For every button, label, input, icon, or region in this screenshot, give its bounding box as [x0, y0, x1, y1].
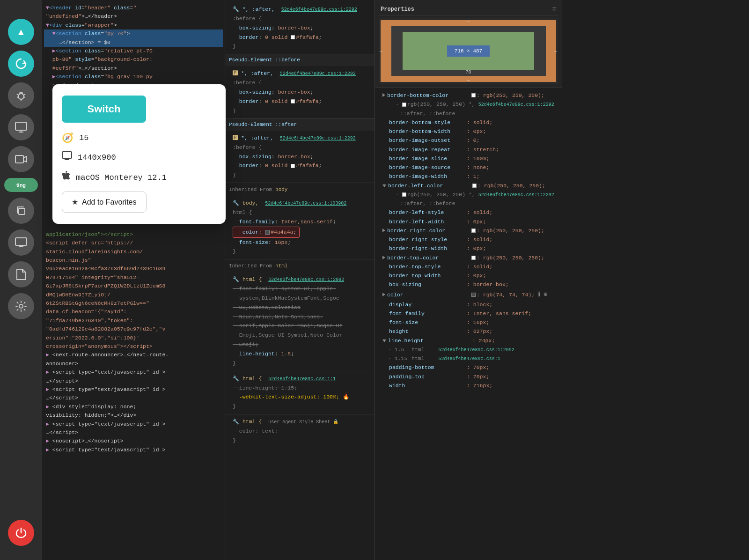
html-line: …</script>: [44, 394, 223, 402]
prop-row: border-top-style : solid;: [375, 262, 562, 271]
html-line: ▶ <script type="text/javascript" id >: [44, 385, 223, 394]
prop-row: border-image-repeat : stretch;: [375, 145, 562, 154]
prop-name: font-family: [382, 309, 467, 317]
prop-value: : rgb(250, 250, 250);: [472, 182, 557, 190]
apple-icon: [62, 171, 70, 184]
monitor-icon: [62, 151, 72, 163]
sync-button[interactable]: [8, 51, 34, 77]
box-model-content: 716 × 487: [447, 45, 490, 57]
prop-name: border-left-color: [388, 182, 472, 190]
html-line: visibility: hidden;">…</div>: [44, 411, 223, 420]
css-line: }: [229, 106, 371, 116]
prop-name: display: [382, 301, 467, 309]
css-line: }: [229, 402, 371, 411]
video-button[interactable]: [8, 146, 34, 172]
prop-name: border-left-width: [382, 218, 467, 226]
up-button[interactable]: ▲: [8, 19, 34, 45]
prop-name: padding-top: [382, 373, 467, 381]
svg-rect-9: [15, 155, 23, 163]
monitor-button[interactable]: [8, 114, 34, 140]
css-line: box-sizing: border-box;: [229, 23, 371, 33]
html-line-selected[interactable]: ▼<section class="py-70">: [44, 29, 223, 38]
html-line: ▶ <script type="text/javascript" id >: [44, 368, 223, 376]
prop-row: border-top-color : rgb(250, 250, 250);: [375, 253, 562, 262]
prop-row-sub: · rgb(250, 250, 250) *, 52d4e6f4be47e89c…: [375, 190, 562, 199]
prop-row: padding-top : 70px;: [375, 372, 562, 381]
prop-row: height : 627px;: [375, 327, 562, 336]
prop-value: : 0px;: [467, 244, 557, 252]
prop-row: line-height : 24px;: [375, 336, 562, 345]
bug-button[interactable]: [8, 82, 34, 109]
html-line: 079717194" integrity="sha512-: [44, 273, 223, 282]
svg-rect-6: [15, 122, 27, 130]
css-line: system,BlinkMacSystemFont,Segoe: [229, 294, 371, 303]
browser-icon: 🧭: [62, 132, 73, 144]
file-button[interactable]: [8, 261, 34, 287]
prop-row: border-image-outset : 0;: [375, 136, 562, 145]
html-line: static.cloudflareinsights.com/: [44, 248, 223, 256]
html-line: ▶ <script type="text/javascript" id >: [44, 420, 223, 428]
prop-name: border-right-width: [382, 244, 467, 252]
prop-row: border-left-color : rgb(250, 250, 250);: [375, 181, 562, 190]
add-to-favorites-button[interactable]: ★ Add to Favorites: [62, 192, 147, 213]
prop-name: line-height: [388, 337, 472, 345]
html-line: dMQjwDHEnw9I7ZLyiOj/: [44, 291, 223, 299]
inherited-from-html: Inherited From html: [225, 260, 374, 272]
html-line-selected2[interactable]: …</section> = $0: [44, 38, 223, 47]
prop-name: border-top-style: [382, 263, 467, 271]
prop-name: border-bottom-style: [382, 118, 467, 126]
prop-value: : rgb(250, 250, 250);: [471, 91, 557, 99]
html-line: data-cf-beacon='{"rayId":: [44, 308, 223, 316]
prop-row: border-bottom-width : 0px;: [375, 127, 562, 136]
prop-name: border-left-style: [382, 208, 467, 216]
prop-name: border-right-color: [387, 227, 471, 235]
prop-value: : rgb(74, 74, 74); ℹ ⊕: [471, 290, 557, 300]
css-line: 🔧 body, 52d4e6f4be47e89c.css:1:103902: [229, 199, 371, 208]
css-line: 🅿 *, :after, 52d4e6f4be47e89c.css:1:2292: [229, 69, 371, 78]
prop-row-sub: · rgb(250, 250, 250) *, 52d4e6f4be47e89c…: [375, 100, 562, 109]
prop-value: : 0px;: [467, 127, 557, 135]
prop-name: border-bottom-width: [382, 127, 467, 135]
ting-label[interactable]: ting: [4, 178, 38, 192]
html-line: ▼<div class="wrapper">: [44, 21, 223, 29]
prop-value: : rgb(250, 250, 250);: [471, 254, 557, 262]
properties-panel: Properties ≡ 716 × 487: [374, 0, 562, 560]
power-button[interactable]: [8, 520, 34, 546]
props-header: Properties ≡: [379, 4, 558, 15]
prop-value: : border-box;: [467, 280, 557, 288]
css-line: 🔧 *, :after, 52d4e6f4be47e89c.css:1:2292: [229, 5, 371, 14]
settings-button[interactable]: [8, 293, 34, 319]
prop-value: : 70px;: [467, 373, 557, 381]
css-line: }: [229, 42, 371, 51]
prop-row: border-image-width : 1;: [375, 172, 562, 181]
prop-row: font-family : Inter, sans-serif;: [375, 309, 562, 318]
prop-row: width : 716px;: [375, 381, 562, 390]
prop-value: : 627px;: [467, 327, 557, 335]
color-eyedrop-icon[interactable]: ⊕: [543, 291, 547, 298]
html-line: ▶<section class="bg-gray-100 py-: [44, 73, 223, 81]
prop-row-sub2: ::after, ::before: [375, 109, 562, 118]
css-line: line-height: 1.5;: [229, 349, 371, 359]
prop-value: : 716px;: [467, 382, 557, 390]
css-line: border: 0 solid #fafafa;: [229, 97, 371, 106]
html-line: ▶ <script type="text/javascript" id >: [44, 446, 223, 454]
os-value: macOS Monterey 12.1: [76, 173, 167, 182]
css-line: font-size: 16px;: [229, 238, 371, 247]
filter-icon[interactable]: ≡: [552, 6, 556, 13]
css-line: box-sizing: border-box;: [229, 88, 371, 97]
color-info-icon[interactable]: ℹ: [538, 291, 540, 298]
prop-value: : none;: [467, 163, 557, 171]
prop-value: : solid;: [467, 118, 557, 126]
copy-button[interactable]: [8, 198, 34, 224]
prop-value: : Inter, sans-serif;: [467, 309, 557, 317]
html-line: <script defer src="https://: [44, 239, 223, 247]
css-line: }: [229, 170, 371, 180]
switch-button[interactable]: Switch: [62, 96, 146, 123]
display2-button[interactable]: [8, 229, 34, 256]
prop-value: : stretch;: [467, 146, 557, 154]
css-line: 🔧 html { 52d4e6f4be47e89c.css:1:1: [229, 374, 371, 383]
prop-name: border-right-style: [382, 236, 467, 243]
prop-name: padding-bottom: [382, 363, 467, 371]
prop-row: border-left-width : 0px;: [375, 217, 562, 226]
prop-row: display : block;: [375, 300, 562, 309]
